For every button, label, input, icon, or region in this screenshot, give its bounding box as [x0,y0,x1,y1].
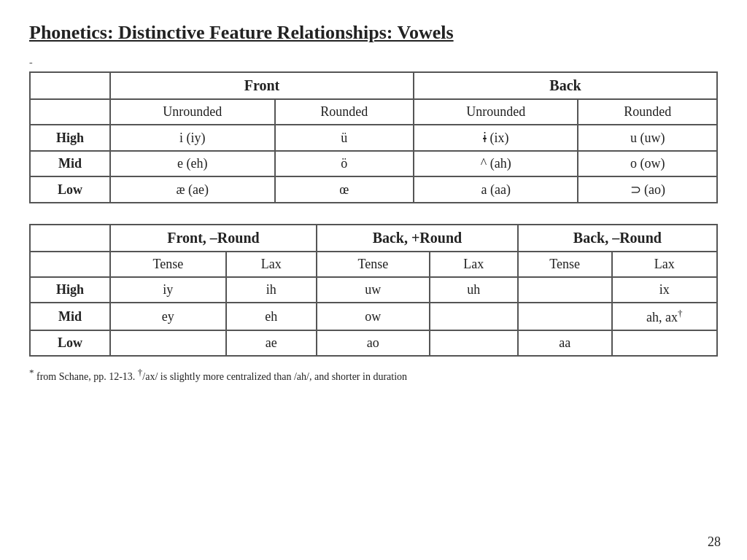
dash-line: - [29,57,718,69]
cell-high-fr-lax: ih [226,277,317,303]
corner-cell-2 [30,99,110,125]
cell-low-bpr-lax [430,330,518,356]
cell-mid-bmr-tense [518,303,612,330]
cell-mid-front-unrounded: e (eh) [110,151,275,176]
cell-mid-back-rounded: o (ow) [578,151,717,176]
cell-low-bmr-lax [612,330,717,356]
low-label-2: Low [30,330,110,356]
t1-lax: Lax [226,252,317,277]
footnote: * from Schane, pp. 12-13. †/ax/ is sligh… [29,367,718,383]
front-unrounded-header: Unrounded [110,99,275,125]
table-row: Mid ey eh ow ah, ax† [30,303,717,330]
cell-mid-bmr-lax: ah, ax† [612,303,717,330]
table-row: Low æ (ae) œ a (aa) ⊃ (ao) [30,176,717,203]
cell-high-back-unrounded: ɨ (ix) [414,125,578,151]
mid-label-2: Mid [30,303,110,330]
cell-high-bpr-tense: uw [317,277,430,303]
front-header: Front [110,72,414,99]
table-1: Front Back Unrounded Rounded Unrounded R… [29,71,718,203]
cell-mid-fr-tense: ey [110,303,226,330]
cell-low-bmr-tense: aa [518,330,612,356]
t2-tense: Tense [317,252,430,277]
cell-low-front-unrounded: æ (ae) [110,176,275,203]
cell-low-fr-tense [110,330,226,356]
cell-mid-bpr-lax [430,303,518,330]
t1-tense: Tense [110,252,226,277]
t2-lax: Lax [430,252,518,277]
page-title: Phonetics: Distinctive Feature Relations… [29,22,718,44]
high-label-2: High [30,277,110,303]
cell-high-front-rounded: ü [275,125,414,151]
back-plus-round-header: Back, +Round [317,225,518,252]
cell-mid-front-rounded: ö [275,151,414,176]
cell-mid-fr-lax: eh [226,303,317,330]
front-round-header: Front, –Round [110,225,317,252]
low-label-1: Low [30,176,110,203]
cell-low-back-rounded: ⊃ (ao) [578,176,717,203]
cell-low-bpr-tense: ao [317,330,430,356]
table-2: Front, –Round Back, +Round Back, –Round … [29,224,718,357]
cell-high-bmr-tense [518,277,612,303]
cell-high-bpr-lax: uh [430,277,518,303]
cell-low-back-unrounded: a (aa) [414,176,578,203]
cell-high-back-rounded: u (uw) [578,125,717,151]
cell-low-fr-lax: ae [226,330,317,356]
table-row: Low ae ao aa [30,330,717,356]
table-row: High iy ih uw uh ix [30,277,717,303]
high-label-1: High [30,125,110,151]
cell-high-fr-tense: iy [110,277,226,303]
table-row: Mid e (eh) ö ^ (ah) o (ow) [30,151,717,176]
back-minus-round-header: Back, –Round [518,225,717,252]
cell-high-bmr-lax: ix [612,277,717,303]
cell-mid-bpr-tense: ow [317,303,430,330]
cell-mid-back-unrounded: ^ (ah) [414,151,578,176]
mid-label-1: Mid [30,151,110,176]
back-unrounded-header: Unrounded [414,99,578,125]
cell-low-front-rounded: œ [275,176,414,203]
t3-lax: Lax [612,252,717,277]
page-number: 28 [708,534,721,550]
corner-cell-1 [30,72,110,99]
table-row: High i (iy) ü ɨ (ix) u (uw) [30,125,717,151]
corner-cell-4 [30,252,110,277]
cell-high-front-unrounded: i (iy) [110,125,275,151]
front-rounded-header: Rounded [275,99,414,125]
t3-tense: Tense [518,252,612,277]
back-rounded-header: Rounded [578,99,717,125]
back-header: Back [414,72,717,99]
corner-cell-3 [30,225,110,252]
